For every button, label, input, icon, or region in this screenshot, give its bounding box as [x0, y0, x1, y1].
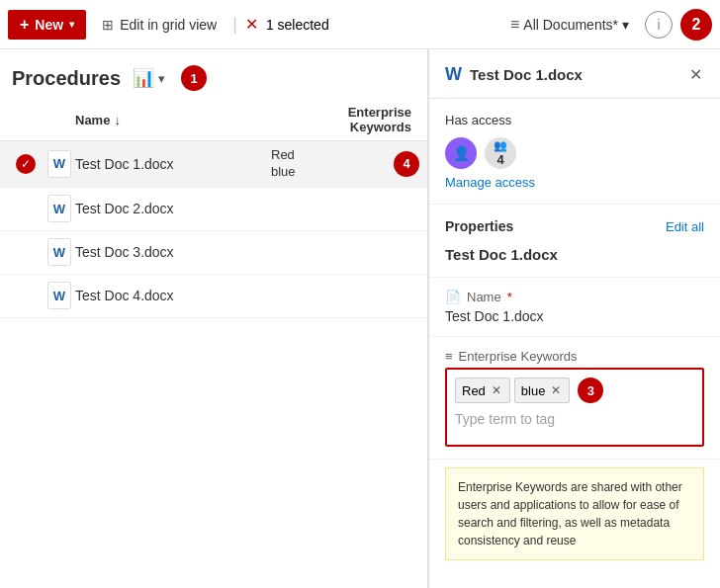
table-header: Name ↓ Enterprise Keywords	[0, 99, 427, 141]
properties-header: Properties Edit all	[429, 205, 720, 242]
row-icon-3	[44, 238, 75, 266]
chevron-down-icon: ▾	[69, 19, 74, 30]
bar-chart-icon: 📊	[133, 67, 154, 89]
avatar-user: 👤	[445, 137, 477, 169]
new-button[interactable]: + New ▾	[8, 10, 86, 40]
required-marker: *	[507, 290, 512, 304]
edit-grid-label: Edit in grid view	[120, 17, 217, 33]
table-row[interactable]: Test Doc 3.docx	[0, 231, 427, 275]
filter-button[interactable]: ≡ All Documents* ▾	[502, 12, 637, 38]
table-row[interactable]: Test Doc 4.docx	[0, 275, 427, 318]
keyword-tag-blue: blue ✕	[514, 378, 571, 403]
filter-icon: ≡	[510, 16, 519, 34]
row-name-3: Test Doc 3.docx	[75, 244, 301, 260]
panel-header: W Test Doc 1.docx ✕	[429, 49, 720, 99]
deselect-icon[interactable]: ✕	[245, 15, 258, 34]
word-doc-icon	[47, 195, 71, 222]
keywords-note: Enterprise Keywords are shared with othe…	[445, 467, 704, 560]
table-row[interactable]: ✓ Test Doc 1.docx Redblue 4	[0, 141, 427, 188]
info-button[interactable]: i	[645, 11, 673, 39]
info-icon: i	[657, 17, 660, 33]
right-panel: W Test Doc 1.docx ✕ Has access 👤 👥 4 Man…	[428, 49, 720, 588]
toolbar: + New ▾ ⊞ Edit in grid view | ✕ 1 select…	[0, 0, 720, 49]
row-icon-4	[44, 282, 75, 309]
keywords-tags: Red ✕ blue ✕ 3	[455, 378, 694, 403]
row-name-1: Test Doc 1.docx	[75, 156, 271, 172]
row-icon-1	[44, 150, 75, 178]
step-badge-1: 1	[181, 65, 207, 91]
panel-title: Test Doc 1.docx	[470, 66, 679, 83]
procedures-header: Procedures 📊 ▾ 1	[0, 49, 427, 99]
new-label: New	[35, 17, 63, 33]
keyword-red-label: Red	[462, 383, 486, 398]
page-title: Procedures	[12, 67, 121, 90]
word-doc-icon	[47, 150, 71, 178]
keyword-blue-remove[interactable]: ✕	[549, 383, 563, 397]
view-chevron-icon: ▾	[158, 71, 165, 86]
row-icon-2	[44, 195, 75, 222]
table-row[interactable]: Test Doc 2.docx	[0, 188, 427, 231]
manage-access-link[interactable]: Manage access	[445, 175, 704, 190]
filter-chevron-icon: ▾	[622, 17, 629, 33]
view-toggle-button[interactable]: 📊 ▾	[129, 65, 169, 91]
col-keywords-header: Enterprise Keywords	[301, 105, 419, 134]
has-access-row: 👤 👥 4	[445, 137, 704, 169]
user-badge[interactable]: 2	[680, 9, 712, 41]
keywords-icon: ≡	[445, 349, 453, 364]
properties-label: Properties	[445, 218, 513, 234]
word-doc-icon	[47, 282, 71, 309]
panel-close-button[interactable]: ✕	[687, 63, 704, 86]
sort-icon: ↓	[114, 113, 121, 127]
step-badge-3: 3	[578, 378, 603, 403]
row-name-2: Test Doc 2.docx	[75, 201, 301, 216]
selected-count: 1 selected	[266, 17, 329, 33]
edit-all-link[interactable]: Edit all	[666, 219, 704, 234]
group-icon: 👥	[494, 139, 507, 152]
word-doc-icon	[47, 238, 71, 266]
avatar-group: 👥 4	[485, 137, 516, 169]
plus-icon: +	[20, 16, 29, 34]
properties-docname: Test Doc 1.docx	[429, 242, 720, 278]
keyword-red-remove[interactable]: ✕	[490, 383, 503, 397]
keywords-field-label: ≡ Enterprise Keywords	[445, 349, 704, 364]
main-layout: Procedures 📊 ▾ 1 Name ↓ Enterprise Keywo…	[0, 49, 720, 588]
keyword-blue-label: blue	[521, 383, 546, 398]
step-badge-4: 4	[394, 151, 419, 177]
close-icon: ✕	[689, 66, 702, 83]
has-access-section: Has access 👤 👥 4 Manage access	[429, 99, 720, 205]
has-access-label: Has access	[445, 113, 704, 127]
left-panel: Procedures 📊 ▾ 1 Name ↓ Enterprise Keywo…	[0, 49, 428, 588]
type-term-placeholder: Type term to tag	[455, 409, 694, 429]
filter-label: All Documents*	[523, 17, 618, 33]
row-check-1[interactable]: ✓	[8, 154, 44, 174]
panel-word-icon: W	[445, 64, 462, 85]
col-name-header[interactable]: Name ↓	[75, 113, 301, 127]
grid-icon: ⊞	[102, 17, 114, 33]
keyword-tag-red: Red ✕	[455, 378, 510, 403]
group-count: 4	[496, 152, 503, 167]
row-keywords-1: Redblue	[271, 147, 390, 181]
name-value: Test Doc 1.docx	[445, 308, 704, 324]
keywords-property: ≡ Enterprise Keywords Red ✕ blue ✕ 3 Typ…	[429, 337, 720, 460]
separator: |	[232, 14, 237, 35]
avatar-user-icon: 👤	[453, 145, 470, 161]
name-field-label: 📄 Name *	[445, 290, 704, 304]
selected-check-icon: ✓	[16, 154, 36, 174]
keywords-field[interactable]: Red ✕ blue ✕ 3 Type term to tag	[445, 368, 704, 447]
row-name-4: Test Doc 4.docx	[75, 288, 301, 303]
file-icon: 📄	[445, 290, 461, 304]
name-property: 📄 Name * Test Doc 1.docx	[429, 278, 720, 337]
edit-grid-button[interactable]: ⊞ Edit in grid view	[94, 13, 225, 37]
